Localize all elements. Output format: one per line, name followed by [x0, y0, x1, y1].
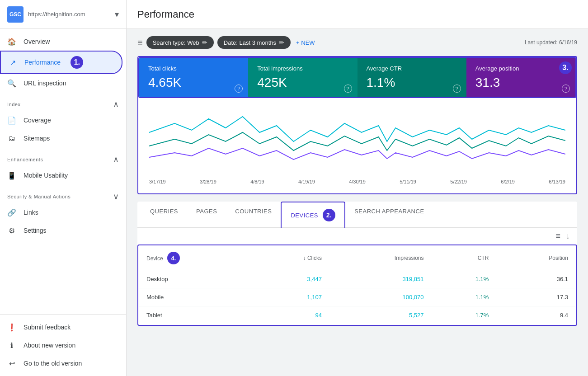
tab-pages[interactable]: PAGES — [187, 202, 226, 228]
tabs-section: QUERIES PAGES COUNTRIES DEVICES 2. SEARC… — [137, 202, 577, 326]
devices-table: Device 4. ↓ Clicks Impressions CTR Posit… — [138, 245, 576, 325]
sidebar-bottom: ❗ Submit feedback ℹ About new version ↩ … — [0, 314, 126, 376]
sidebar-item-label: Sitemaps — [24, 135, 50, 142]
performance-chart — [149, 105, 565, 178]
filter-icon: ≡ — [137, 38, 143, 47]
sidebar-item-go-to-old-version[interactable]: ↩ Go to the old version — [0, 354, 122, 372]
date-label: Date: Last 3 months — [224, 39, 276, 46]
col-device: Device 4. — [139, 246, 252, 270]
filter-button[interactable]: ≡ — [137, 38, 143, 48]
metric-card-ctr[interactable]: Average CTR 1.1% ? — [358, 58, 466, 97]
tab-queries[interactable]: QUERIES — [141, 202, 187, 228]
new-button[interactable]: + NEW — [296, 39, 315, 46]
main-content: ≡ Search type: Web ✏ Date: Last 3 months… — [127, 29, 588, 376]
sidebar-item-mobile-usability[interactable]: 📱 Mobile Usability — [0, 166, 122, 184]
table-header-row: Device 4. ↓ Clicks Impressions CTR Posit… — [139, 246, 576, 270]
metric-value: 4.65K — [148, 75, 239, 90]
sidebar-item-sitemaps[interactable]: 🗂 Sitemaps — [0, 129, 122, 147]
search-type-chip[interactable]: Search type: Web ✏ — [146, 36, 214, 49]
table-row: Tablet 94 5,527 1.7% 9.4 — [139, 306, 576, 325]
help-icon[interactable]: ? — [453, 85, 461, 93]
settings-icon: ⚙ — [7, 226, 16, 235]
help-icon[interactable]: ? — [344, 85, 352, 93]
logo-icon: GSC — [7, 6, 24, 23]
sidebar-item-about-new-version[interactable]: ℹ About new version — [0, 336, 122, 354]
metric-label: Total clicks — [148, 65, 239, 72]
toolbar: ≡ Search type: Web ✏ Date: Last 3 months… — [137, 36, 577, 49]
col-impressions[interactable]: Impressions — [329, 246, 431, 270]
chart-date: 3/17/19 — [149, 179, 166, 184]
search-icon: 🔍 — [7, 79, 16, 88]
edit-date-icon: ✏ — [279, 39, 284, 46]
date-chip[interactable]: Date: Last 3 months ✏ — [217, 36, 291, 49]
col-position[interactable]: Position — [496, 246, 576, 270]
sidebar: GSC https://theignition.com ▾ 🏠 Overview… — [0, 0, 127, 376]
old-version-icon: ↩ — [7, 359, 16, 368]
chart-date: 4/19/19 — [298, 179, 315, 184]
table-actions: ≡ ↓ — [137, 228, 577, 244]
last-updated-label: Last updated: 6/16/19 — [525, 39, 577, 46]
table-body: Desktop 3,447 319,851 1.1% 36.1 Mobile 1… — [139, 270, 576, 325]
main-header: Performance — [127, 0, 588, 29]
page-title: Performance — [137, 9, 194, 20]
cell-position: 36.1 — [496, 270, 576, 288]
index-chevron-icon[interactable]: ∧ — [113, 99, 119, 109]
new-label: + NEW — [296, 39, 315, 46]
chart-dates: 3/17/19 3/28/19 4/8/19 4/19/19 4/30/19 5… — [149, 179, 565, 190]
index-label: Index — [7, 102, 20, 107]
chart-date: 4/30/19 — [349, 179, 366, 184]
sidebar-item-overview[interactable]: 🏠 Overview — [0, 33, 122, 51]
sidebar-item-label: Overview — [24, 38, 50, 45]
metric-card-position[interactable]: Average position 31.3 ? 3. — [466, 58, 575, 97]
help-icon[interactable]: ? — [562, 85, 570, 93]
cell-clicks: 3,447 — [252, 270, 329, 288]
chart-date: 6/13/19 — [549, 179, 565, 184]
chart-date: 5/22/19 — [450, 179, 467, 184]
tabs-bar: QUERIES PAGES COUNTRIES DEVICES 2. SEARC… — [137, 202, 577, 228]
mobile-icon: 📱 — [7, 171, 16, 180]
sidebar-item-url-inspection[interactable]: 🔍 URL inspection — [0, 74, 122, 92]
metric-value: 425K — [257, 75, 348, 90]
metric-label: Total impressions — [257, 65, 348, 72]
cell-position: 9.4 — [496, 306, 576, 325]
metric-card-impressions[interactable]: Total impressions 425K ? — [248, 58, 357, 97]
sidebar-item-performance[interactable]: ↗ Performance 1. — [0, 51, 122, 74]
download-table-button[interactable]: ↓ — [566, 231, 570, 241]
tab-devices[interactable]: DEVICES 2. — [281, 202, 345, 228]
sidebar-item-settings[interactable]: ⚙ Settings — [0, 221, 122, 240]
sidebar-item-submit-feedback[interactable]: ❗ Submit feedback — [0, 318, 122, 336]
col-clicks[interactable]: ↓ Clicks — [252, 246, 329, 270]
enhancements-chevron-icon[interactable]: ∧ — [113, 155, 119, 164]
table-badge: 4. — [167, 252, 180, 264]
chart-date: 3/28/19 — [200, 179, 216, 184]
col-ctr[interactable]: CTR — [431, 246, 496, 270]
cell-ctr: 1.7% — [431, 306, 496, 325]
help-icon[interactable]: ? — [235, 85, 243, 93]
links-icon: 🔗 — [7, 208, 16, 217]
sort-arrow: ↓ — [303, 255, 307, 261]
sidebar-item-label: Performance — [24, 59, 61, 66]
performance-badge: 1. — [71, 56, 83, 69]
metric-card-clicks[interactable]: Total clicks 4.65K ? — [139, 58, 248, 97]
filter-table-button[interactable]: ≡ — [555, 231, 560, 241]
sidebar-item-links[interactable]: 🔗 Links — [0, 203, 122, 221]
cell-clicks: 94 — [252, 306, 329, 325]
enhancements-section: Enhancements ∧ — [0, 147, 126, 166]
sidebar-nav: 🏠 Overview ↗ Performance 1. 🔍 URL inspec… — [0, 29, 126, 314]
chart-date: 6/2/19 — [501, 179, 515, 184]
security-label: Security & Manual Actions — [7, 194, 71, 199]
sidebar-item-label: Links — [24, 209, 38, 216]
tab-search-appearance[interactable]: SEARCH APPEARANCE — [345, 202, 433, 228]
devices-badge: 2. — [323, 209, 335, 221]
security-chevron-icon[interactable]: ∨ — [113, 192, 119, 202]
cell-clicks: 1,107 — [252, 288, 329, 306]
metric-label: Average CTR — [367, 65, 457, 72]
tab-countries[interactable]: COUNTRIES — [226, 202, 281, 228]
main-panel: Performance ≡ Search type: Web ✏ Date: L… — [127, 0, 588, 376]
cell-impressions: 5,527 — [329, 306, 431, 325]
sidebar-item-coverage[interactable]: 📄 Coverage — [0, 111, 122, 129]
site-chevron-icon[interactable]: ▾ — [115, 9, 119, 19]
sidebar-item-label: Submit feedback — [24, 324, 71, 331]
sidebar-item-label: About new version — [24, 342, 75, 349]
metric-value: 31.3 — [475, 75, 566, 90]
